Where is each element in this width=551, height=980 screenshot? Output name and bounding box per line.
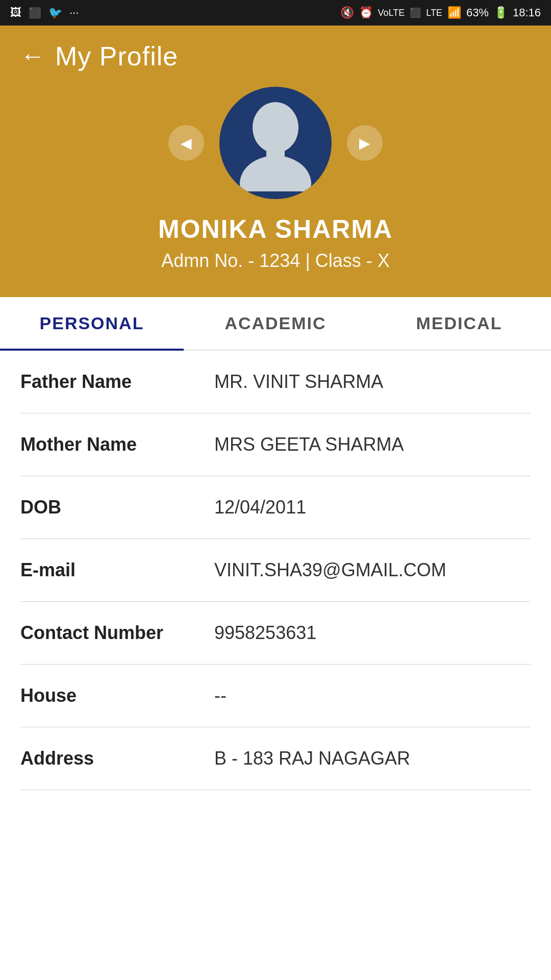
table-row: Address B - 183 RAJ NAGAGAR (20, 727, 531, 790)
svg-point-0 (253, 102, 298, 153)
field-label-email: E-mail (20, 559, 214, 581)
sd-icon: ⬛ (410, 7, 421, 18)
tabs-container: PERSONAL ACADEMIC MEDICAL (0, 297, 551, 351)
mute-icon: 🔇 (340, 6, 354, 19)
page-title: My Profile (55, 41, 178, 71)
profile-name: MONIKA SHARMA (158, 214, 393, 244)
back-button[interactable]: ← (20, 44, 45, 68)
table-row: E-mail VINIT.SHA39@GMAIL.COM (20, 539, 531, 602)
next-photo-button[interactable]: ▶ (347, 125, 383, 161)
status-bar-right: 🔇 ⏰ VoLTE ⬛ LTE 📶 63% 🔋 18:16 (340, 6, 541, 19)
field-value-contact: 9958253631 (214, 622, 316, 644)
table-row: Mother Name MRS GEETA SHARMA (20, 413, 531, 476)
image-icon: 🖼 (10, 6, 21, 19)
personal-info-section: Father Name MR. VINIT SHARMA Mother Name… (0, 351, 551, 790)
battery-icon: 🔋 (494, 6, 508, 19)
table-row: Contact Number 9958253631 (20, 602, 531, 665)
avatar-container: ◀ ▶ (153, 87, 398, 199)
signal-icon: 📶 (447, 6, 461, 19)
profile-meta: Admn No. - 1234 | Class - X (161, 250, 390, 272)
table-row: DOB 12/04/2011 (20, 476, 531, 539)
lte-icon: LTE (426, 8, 442, 18)
time-display: 18:16 (513, 6, 541, 19)
field-label-address: Address (20, 748, 214, 769)
volte-icon: VoLTE (378, 8, 405, 18)
field-value-house: -- (214, 685, 227, 706)
table-row: House -- (20, 665, 531, 727)
table-row: Father Name MR. VINIT SHARMA (20, 351, 531, 413)
field-value-father-name: MR. VINIT SHARMA (214, 371, 383, 393)
alarm-icon: ⏰ (359, 6, 373, 19)
flipboard-icon: ⬛ (29, 7, 41, 19)
avatar (219, 87, 332, 199)
field-label-house: House (20, 685, 214, 706)
field-value-email: VINIT.SHA39@GMAIL.COM (214, 559, 446, 581)
field-label-contact: Contact Number (20, 622, 214, 644)
status-bar: 🖼 ⬛ 🐦 ··· 🔇 ⏰ VoLTE ⬛ LTE 📶 63% 🔋 18:16 (0, 0, 551, 26)
chevron-left-icon: ◀ (181, 135, 192, 152)
tab-academic[interactable]: ACADEMIC (184, 297, 367, 350)
svg-rect-2 (266, 150, 285, 165)
status-bar-left: 🖼 ⬛ 🐦 ··· (10, 6, 79, 19)
field-label-mother-name: Mother Name (20, 434, 214, 455)
field-value-dob: 12/04/2011 (214, 497, 306, 518)
profile-header: ← My Profile ◀ ▶ MONIKA SHARMA Admn No. … (0, 26, 551, 297)
field-label-father-name: Father Name (20, 371, 214, 393)
field-value-mother-name: MRS GEETA SHARMA (214, 434, 404, 455)
tab-personal[interactable]: PERSONAL (0, 297, 184, 350)
chevron-right-icon: ▶ (359, 135, 370, 152)
battery-label: 63% (466, 6, 489, 19)
field-value-address: B - 183 RAJ NAGAGAR (214, 748, 410, 769)
more-icon: ··· (69, 6, 79, 19)
top-bar: ← My Profile (20, 41, 531, 71)
twitter-icon: 🐦 (48, 6, 62, 19)
tab-medical[interactable]: MEDICAL (367, 297, 551, 350)
prev-photo-button[interactable]: ◀ (168, 125, 204, 161)
field-label-dob: DOB (20, 497, 214, 518)
